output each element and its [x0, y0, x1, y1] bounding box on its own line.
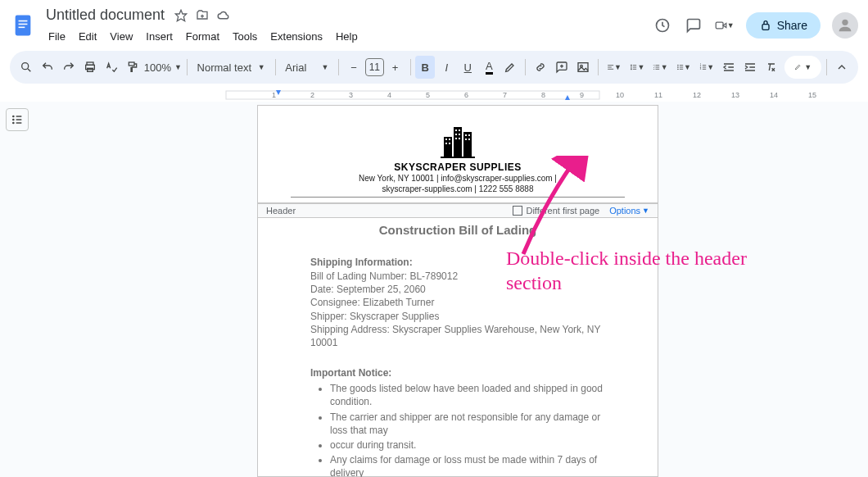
- insert-link-icon[interactable]: [531, 56, 550, 79]
- svg-point-38: [13, 116, 14, 116]
- menu-view[interactable]: View: [104, 27, 138, 46]
- company-info-1: New York, NY 10001 | info@skyscraper-sup…: [291, 173, 625, 184]
- list-item: Any claims for damage or loss must be ma…: [330, 453, 605, 477]
- svg-rect-54: [465, 134, 467, 136]
- svg-rect-52: [455, 138, 457, 139]
- font-select[interactable]: Arial▼: [280, 56, 333, 79]
- share-button[interactable]: Share: [746, 12, 821, 39]
- collapse-toolbar-icon[interactable]: [832, 56, 852, 79]
- document-page[interactable]: SKYSCRAPER SUPPLIES New York, NY 10001 |…: [257, 105, 658, 477]
- page-body[interactable]: Construction Bill of Lading Shipping Inf…: [258, 218, 658, 477]
- svg-rect-51: [459, 134, 460, 135]
- svg-text:3: 3: [349, 91, 353, 99]
- svg-rect-45: [449, 139, 450, 140]
- search-icon[interactable]: [16, 56, 36, 79]
- svg-point-15: [677, 67, 678, 68]
- different-first-page-checkbox[interactable]: Different first page: [513, 206, 599, 216]
- svg-rect-1: [19, 20, 28, 22]
- italic-button[interactable]: I: [436, 56, 456, 79]
- numbered-list-button[interactable]: 123▼: [696, 56, 717, 79]
- menu-extensions[interactable]: Extensions: [264, 27, 328, 46]
- header-options-dropdown[interactable]: Options ▼: [609, 206, 649, 216]
- menu-format[interactable]: Format: [180, 27, 225, 46]
- header-label: Header: [266, 206, 296, 216]
- svg-rect-41: [444, 137, 452, 157]
- svg-rect-50: [455, 134, 457, 135]
- highlight-button[interactable]: [500, 56, 520, 79]
- svg-rect-48: [455, 129, 457, 131]
- insert-image-icon[interactable]: [573, 56, 593, 79]
- menu-file[interactable]: File: [43, 27, 71, 46]
- history-icon[interactable]: [653, 16, 672, 35]
- account-avatar[interactable]: [832, 12, 858, 39]
- menu-insert[interactable]: Insert: [140, 27, 179, 46]
- clear-formatting-button[interactable]: [762, 56, 781, 79]
- vertical-ruler[interactable]: [34, 102, 47, 477]
- shipping-line: Date: September 25, 2060: [310, 283, 605, 296]
- align-button[interactable]: ▼: [604, 56, 625, 79]
- svg-text:12: 12: [693, 91, 701, 99]
- docs-logo-icon[interactable]: [10, 12, 36, 39]
- add-comment-icon[interactable]: [552, 56, 572, 79]
- notice-heading: Important Notice:: [310, 367, 605, 379]
- bold-button[interactable]: B: [415, 56, 435, 79]
- font-size-decrease[interactable]: −: [344, 56, 364, 79]
- spellcheck-icon[interactable]: [102, 56, 121, 79]
- horizontal-ruler[interactable]: 123 456 789 101112 131415: [34, 89, 868, 102]
- style-select[interactable]: Normal text▼: [192, 56, 270, 79]
- svg-rect-3: [19, 27, 25, 29]
- cloud-status-icon[interactable]: [215, 7, 232, 24]
- workspace: SKYSCRAPER SUPPLIES New York, NY 10001 |…: [0, 102, 868, 477]
- svg-text:13: 13: [731, 91, 739, 99]
- menu-help[interactable]: Help: [330, 27, 364, 46]
- svg-text:2: 2: [310, 91, 314, 99]
- svg-rect-46: [445, 143, 447, 144]
- indent-decrease-button[interactable]: [719, 56, 739, 79]
- print-icon[interactable]: [80, 56, 100, 79]
- underline-button[interactable]: U: [458, 56, 477, 79]
- svg-rect-6: [762, 25, 769, 30]
- move-icon[interactable]: [194, 7, 210, 24]
- star-icon[interactable]: [173, 7, 189, 24]
- zoom-select[interactable]: 100%▼: [144, 56, 182, 79]
- page-header[interactable]: SKYSCRAPER SUPPLIES New York, NY 10001 |…: [258, 106, 658, 203]
- indent-increase-button[interactable]: [740, 56, 760, 79]
- line-spacing-button[interactable]: ▼: [626, 56, 648, 79]
- shipping-line: Shipper: Skyscraper Supplies: [310, 310, 605, 323]
- svg-rect-12: [578, 63, 588, 72]
- svg-text:9: 9: [580, 91, 584, 99]
- title-bar: Untitled document File Edit View Insert …: [0, 0, 868, 46]
- bulleted-list-button[interactable]: ▼: [673, 56, 694, 79]
- menu-edit[interactable]: Edit: [73, 27, 102, 46]
- text-color-button[interactable]: A: [479, 56, 499, 79]
- svg-marker-4: [175, 10, 186, 20]
- editing-mode-button[interactable]: ▼: [784, 56, 821, 79]
- font-size-increase[interactable]: +: [386, 56, 405, 79]
- redo-icon[interactable]: [59, 56, 79, 79]
- comments-icon[interactable]: [684, 16, 703, 35]
- list-item: occur during transit.: [330, 438, 605, 452]
- svg-rect-43: [463, 132, 472, 157]
- checklist-button[interactable]: ▼: [649, 56, 671, 79]
- svg-rect-53: [459, 138, 460, 139]
- document-heading: Construction Bill of Lading: [310, 223, 605, 237]
- menu-tools[interactable]: Tools: [227, 27, 263, 46]
- svg-rect-56: [465, 139, 467, 140]
- svg-rect-57: [468, 139, 470, 140]
- company-logo-icon: [291, 122, 625, 158]
- svg-rect-44: [445, 139, 447, 140]
- svg-text:10: 10: [616, 91, 624, 99]
- svg-rect-2: [19, 24, 28, 25]
- company-name: SKYSCRAPER SUPPLIES: [291, 161, 625, 173]
- svg-rect-55: [468, 134, 470, 136]
- meet-icon[interactable]: ▼: [715, 16, 735, 35]
- document-outline-button[interactable]: [6, 108, 29, 131]
- svg-rect-5: [716, 22, 723, 29]
- paint-format-icon[interactable]: [123, 56, 142, 79]
- undo-icon[interactable]: [38, 56, 57, 79]
- font-size-input[interactable]: 11: [365, 58, 384, 76]
- document-title[interactable]: Untitled document: [43, 5, 168, 25]
- svg-rect-11: [129, 62, 134, 66]
- svg-text:5: 5: [426, 91, 430, 99]
- svg-text:11: 11: [654, 91, 662, 99]
